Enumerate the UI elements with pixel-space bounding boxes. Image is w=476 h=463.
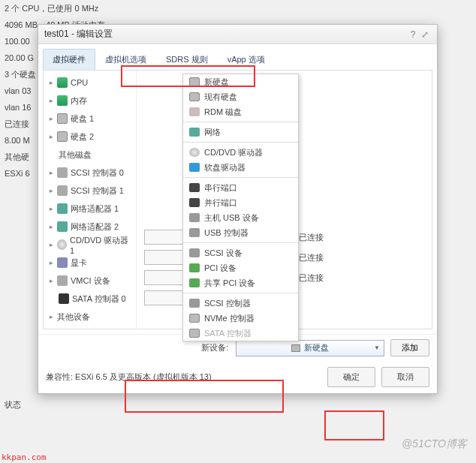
menu-usb-host[interactable]: 主机 USB 设备 [183,210,298,225]
parallel-icon [189,198,200,207]
nvme-icon [189,314,200,323]
compat-row: 兼容性: ESXi 6.5 及更高版本 (虚拟机版本 13) 确定 取消 [38,361,437,393]
menu-sata-ctrl[interactable]: SATA 控制器 [183,326,298,341]
watermark: @51CTO博客 [402,437,467,451]
menu-pci[interactable]: PCI 设备 [183,260,298,275]
help-icon[interactable]: ? [407,29,419,40]
pci-icon [189,278,200,287]
item-other-disk[interactable]: 其他磁盘 [44,146,136,164]
compat-text: 兼容性: ESXi 6.5 及更高版本 (虚拟机版本 13) [46,371,212,383]
menu-network[interactable]: 网络 [183,125,298,140]
cd-icon [189,148,200,157]
cancel-button[interactable]: 取消 [381,367,429,387]
usb-icon [189,228,200,237]
item-scsi0[interactable]: ▸SCSI 控制器 0 [44,164,136,182]
disk-icon [291,344,300,352]
item-other-dev[interactable]: ▸其他设备 [44,308,136,326]
cd-icon [57,239,67,250]
menu-usb-ctrl[interactable]: USB 控制器 [183,225,298,240]
menu-shared-pci[interactable]: 共享 PCI 设备 [183,275,298,290]
rdm-icon [189,107,200,116]
pci-icon [189,263,200,272]
scsi-icon [57,185,68,196]
ok-button[interactable]: 确定 [327,367,375,387]
add-button[interactable]: 添加 [390,339,429,356]
dialog-title: test01 - 编辑设置 [44,28,113,41]
add-device-menu: 新硬盘 现有硬盘 RDM 磁盘 网络 CD/DVD 驱动器 软盘驱动器 串行端口… [182,74,299,341]
title-bar: test01 - 编辑设置 ? ⤢ [38,25,437,44]
network-icon [57,221,68,232]
usb-icon [189,213,200,222]
item-sata0[interactable]: SATA 控制器 0 [44,290,136,308]
item-disk2[interactable]: ▸硬盘 2 [44,128,136,146]
bg-cpu: 2 个 CPU，已使用 0 MHz [0,0,476,17]
hardware-tree: ▸CPU ▸内存 ▸硬盘 1 ▸硬盘 2 其他磁盘 ▸SCSI 控制器 0 ▸S… [44,71,137,329]
item-vmci[interactable]: ▸VMCI 设备 [44,272,136,290]
item-memory[interactable]: ▸内存 [44,92,136,110]
sata-icon [189,329,200,338]
menu-floppy[interactable]: 软盘驱动器 [183,160,298,175]
tab-sdrs-rules[interactable]: SDRS 规则 [156,49,218,70]
item-net1[interactable]: ▸网络适配器 1 [44,200,136,218]
tab-vapp-options[interactable]: vApp 选项 [218,49,275,70]
edit-settings-dialog: test01 - 编辑设置 ? ⤢ 虚拟硬件 虚拟机选项 SDRS 规则 vAp… [38,24,438,394]
menu-parallel[interactable]: 并行端口 [183,195,298,210]
sata-icon [59,293,69,304]
item-scsi1[interactable]: ▸SCSI 控制器 1 [44,182,136,200]
menu-scsi-dev[interactable]: SCSI 设备 [183,245,298,260]
item-cpu[interactable]: ▸CPU [44,74,136,92]
footer-link: kkpan.com [2,452,47,462]
cpu-icon [57,77,68,88]
tab-vm-options[interactable]: 虚拟机选项 [95,49,156,70]
scsi-icon [57,167,68,178]
disk-icon [57,113,68,124]
menu-rdm-disk[interactable]: RDM 磁盘 [183,104,298,119]
menu-existing-disk[interactable]: 现有硬盘 [183,89,298,104]
item-gpu[interactable]: ▸显卡 [44,254,136,272]
menu-serial[interactable]: 串行端口 [183,180,298,195]
serial-icon [189,183,200,192]
vmci-icon [57,275,68,286]
new-device-label: 新设备: [201,342,228,353]
network-icon [189,128,200,137]
scsi-icon [189,248,200,257]
menu-cd[interactable]: CD/DVD 驱动器 [183,145,298,160]
status-label: 状态 [5,399,21,410]
floppy-icon [189,163,200,172]
disk-icon [57,131,68,142]
menu-new-disk[interactable]: 新硬盘 [183,74,298,89]
memory-icon [57,95,68,106]
gpu-icon [57,257,68,268]
network-icon [57,203,68,214]
highlight-ok-button [324,410,384,440]
menu-scsi-ctrl[interactable]: SCSI 控制器 [183,296,298,311]
tab-bar: 虚拟硬件 虚拟机选项 SDRS 规则 vApp 选项 [38,44,437,70]
disk-icon [189,77,200,86]
item-net2[interactable]: ▸网络适配器 2 [44,218,136,236]
new-device-select[interactable]: 新硬盘 [236,340,384,356]
item-cd1[interactable]: ▸CD/DVD 驱动器 1 [44,236,136,254]
popout-icon[interactable]: ⤢ [419,29,431,40]
menu-nvme[interactable]: NVMe 控制器 [183,311,298,326]
disk-icon [189,92,200,101]
scsi-icon [189,299,200,308]
tab-virtual-hardware[interactable]: 虚拟硬件 [43,49,95,70]
item-disk1[interactable]: ▸硬盘 1 [44,110,136,128]
content-area: ▸CPU ▸内存 ▸硬盘 1 ▸硬盘 2 其他磁盘 ▸SCSI 控制器 0 ▸S… [43,70,432,329]
